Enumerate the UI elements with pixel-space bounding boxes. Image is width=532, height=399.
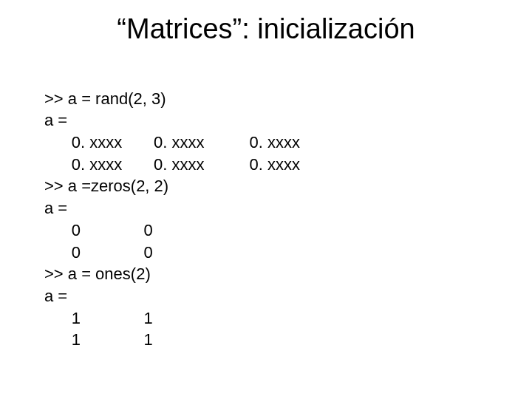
code-line: a = xyxy=(44,287,67,305)
code-line: >> a = ones(2) xyxy=(44,265,151,283)
code-line: 0. xxxx 0. xxxx 0. xxxx xyxy=(44,133,300,151)
code-line: a = xyxy=(44,111,67,129)
slide-title: “Matrices”: inicialización xyxy=(44,13,488,45)
slide: “Matrices”: inicialización >> a = rand(2… xyxy=(0,0,532,399)
code-line: a = xyxy=(44,199,67,217)
code-line: 0 0 xyxy=(44,221,153,239)
code-line: 0 0 xyxy=(44,243,153,262)
code-line: >> a =zeros(2, 2) xyxy=(44,177,168,195)
code-line: >> a = rand(2, 3) xyxy=(44,89,166,108)
code-line: 1 1 xyxy=(44,330,153,349)
code-block: >> a = rand(2, 3) a = 0. xxxx 0. xxxx 0.… xyxy=(44,66,488,351)
code-line: 1 1 xyxy=(44,309,153,327)
code-line: 0. xxxx 0. xxxx 0. xxxx xyxy=(44,155,300,174)
